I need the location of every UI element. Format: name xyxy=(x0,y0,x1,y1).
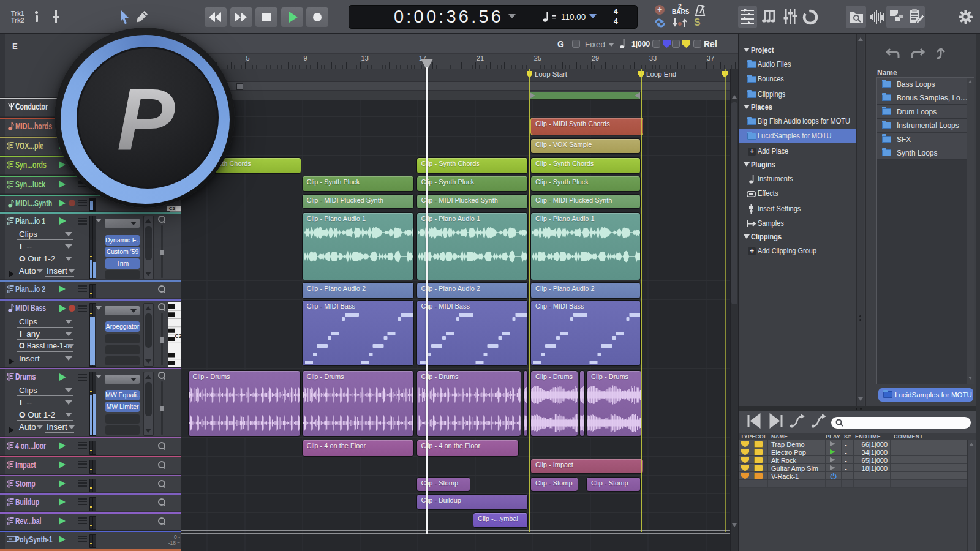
svg-text:C2: C2 xyxy=(175,333,182,339)
svg-text:P: P xyxy=(116,71,175,168)
